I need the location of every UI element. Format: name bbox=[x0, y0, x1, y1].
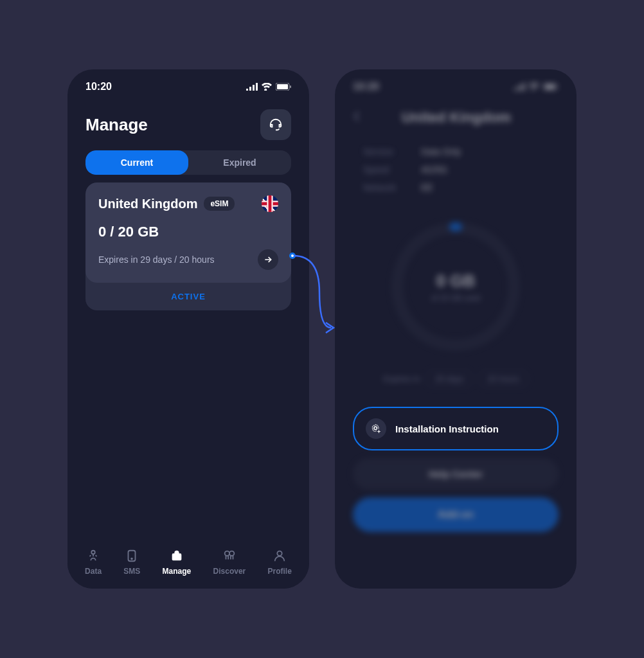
status-time: 10:20 bbox=[85, 81, 112, 93]
svg-point-7 bbox=[229, 551, 234, 556]
headset-icon bbox=[269, 118, 283, 132]
data-gauge: 0 GB of 20 GB used bbox=[391, 222, 520, 351]
card-content: United Kingdom eSIM 0 / 20 GB Expires in… bbox=[85, 182, 291, 283]
installation-button[interactable]: Installation Instruction bbox=[353, 407, 559, 450]
gauge-subtext: of 20 GB used bbox=[431, 294, 481, 303]
status-icons bbox=[514, 83, 559, 91]
signal-icon bbox=[514, 83, 525, 91]
wifi-icon bbox=[262, 83, 272, 91]
nav-discover[interactable]: Discover bbox=[213, 549, 246, 576]
nav-discover-label: Discover bbox=[213, 567, 246, 576]
nav-profile-label: Profile bbox=[267, 567, 291, 576]
page-title: Manage bbox=[85, 115, 148, 135]
expires-label: Expires in bbox=[383, 374, 420, 384]
arrow-right-icon bbox=[263, 254, 273, 265]
phone-manage-screen: 10:20 Manage Current Expired United King… bbox=[67, 69, 309, 589]
gauge-value: 0 GB bbox=[436, 271, 476, 291]
nav-profile[interactable]: Profile bbox=[267, 549, 291, 576]
tab-current[interactable]: Current bbox=[85, 150, 188, 175]
tab-bar: Current Expired bbox=[85, 150, 291, 175]
info-list: Service Data Only Speed 4G/5G Network EE bbox=[335, 136, 577, 203]
network-value: EE bbox=[421, 182, 433, 193]
status-icons bbox=[246, 83, 291, 91]
country-name: United Kingdom bbox=[98, 197, 197, 211]
nav-data-label: Data bbox=[85, 567, 102, 576]
svg-rect-2 bbox=[290, 85, 291, 88]
nav-manage-label: Manage bbox=[163, 567, 192, 576]
gauge-container: 0 GB of 20 GB used bbox=[335, 222, 577, 351]
svg-rect-10 bbox=[544, 84, 555, 89]
page-header: Manage bbox=[67, 99, 309, 150]
svg-point-6 bbox=[225, 551, 229, 556]
chip-hours: 20 hours bbox=[479, 370, 528, 387]
service-label: Service bbox=[363, 147, 408, 157]
sms-icon bbox=[125, 549, 139, 563]
gear-plus-icon bbox=[370, 423, 382, 434]
manage-icon bbox=[170, 549, 184, 563]
addon-button[interactable]: Add-on bbox=[353, 497, 559, 532]
svg-rect-1 bbox=[277, 84, 288, 89]
connector-dot bbox=[289, 253, 296, 259]
esim-card[interactable]: United Kingdom eSIM 0 / 20 GB Expires in… bbox=[85, 182, 291, 310]
speed-label: Speed bbox=[363, 164, 408, 175]
service-value: Data Only bbox=[421, 147, 461, 157]
addon-label: Add-on bbox=[438, 509, 474, 520]
expires-chips: Expires in 29 days 20 hours bbox=[335, 370, 577, 387]
nav-data[interactable]: Data bbox=[85, 549, 102, 576]
svg-rect-11 bbox=[557, 85, 559, 88]
svg-point-5 bbox=[131, 558, 132, 560]
bottom-nav: Data SMS Manage Discover Profile bbox=[67, 538, 309, 589]
status-time: 10:20 bbox=[353, 81, 379, 93]
profile-icon bbox=[273, 549, 287, 563]
chip-days: 29 days bbox=[426, 370, 472, 387]
nav-manage[interactable]: Manage bbox=[163, 549, 192, 576]
svg-point-8 bbox=[277, 551, 282, 556]
data-icon bbox=[86, 549, 100, 563]
phone-detail-screen: 10:20 United Kingdom Service Data Only S… bbox=[335, 69, 577, 589]
uk-flag-icon bbox=[262, 195, 278, 212]
card-arrow-button[interactable] bbox=[258, 249, 278, 270]
nav-sms[interactable]: SMS bbox=[123, 549, 140, 576]
svg-point-12 bbox=[374, 427, 377, 430]
data-usage: 0 / 20 GB bbox=[98, 224, 278, 240]
network-label: Network bbox=[363, 182, 408, 193]
status-bar: 10:20 bbox=[67, 69, 309, 99]
esim-badge: eSIM bbox=[204, 197, 235, 211]
nav-sms-label: SMS bbox=[123, 567, 140, 576]
svg-point-3 bbox=[91, 551, 95, 555]
discover-icon bbox=[222, 549, 237, 563]
speed-value: 4G/5G bbox=[421, 164, 447, 175]
expires-text: Expires in 29 days / 20 hours bbox=[98, 254, 215, 265]
battery-icon bbox=[543, 83, 559, 91]
status-bar: 10:20 bbox=[335, 69, 577, 99]
detail-title: United Kingdom bbox=[354, 109, 559, 126]
signal-icon bbox=[246, 83, 258, 91]
battery-icon bbox=[276, 83, 291, 91]
installation-label: Installation Instruction bbox=[395, 423, 499, 434]
support-button[interactable] bbox=[260, 109, 291, 140]
install-icon-wrap bbox=[366, 418, 386, 439]
help-center-label: Help Center bbox=[429, 468, 483, 479]
card-status: ACTIVE bbox=[85, 283, 291, 310]
help-center-button[interactable]: Help Center bbox=[353, 458, 559, 490]
wifi-icon bbox=[529, 83, 539, 91]
detail-header: United Kingdom bbox=[335, 99, 577, 136]
tab-expired[interactable]: Expired bbox=[188, 150, 291, 175]
